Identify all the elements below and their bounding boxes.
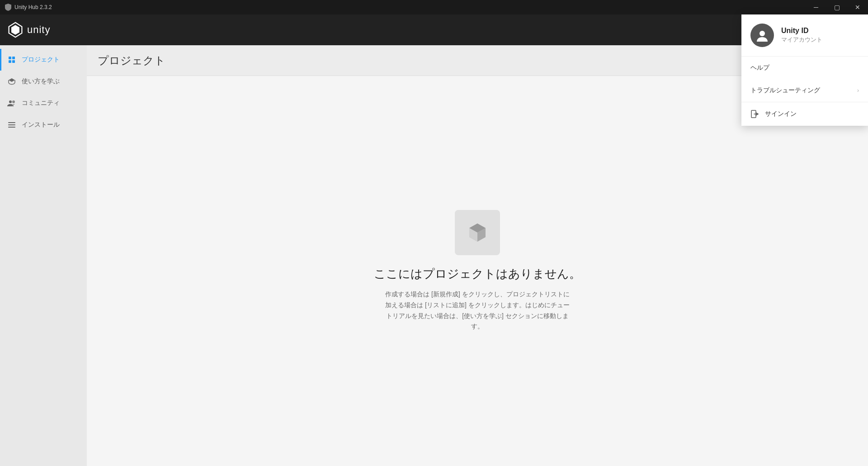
dropdown-menu: Unity ID マイアカウント ヘルプ トラブルシューティング › サインイン: [741, 14, 868, 126]
signin-icon: [750, 109, 760, 119]
dropdown-user-section: Unity ID マイアカウント: [741, 14, 868, 57]
page-title: プロジェクト: [98, 53, 165, 68]
community-icon: [7, 99, 16, 108]
svg-point-10: [12, 100, 15, 103]
svg-rect-6: [12, 57, 15, 59]
troubleshoot-label: トラブルシューティング: [750, 86, 852, 95]
sidebar-label-projects: プロジェクト: [22, 56, 60, 64]
cube-icon: [466, 221, 489, 244]
titlebar-title: Unity Hub 2.3.2: [14, 4, 52, 10]
user-sub: マイアカウント: [781, 36, 822, 44]
maximize-button[interactable]: ▢: [826, 0, 847, 14]
empty-state-description: 作成する場合は [新規作成] をクリックし、プロジェクトリストに加える場合は […: [382, 289, 572, 332]
unity-logo-icon: [7, 22, 24, 38]
header-logo: unity: [7, 22, 50, 38]
sidebar-label-learn: 使い方を学ぶ: [22, 77, 60, 86]
dropdown-signin[interactable]: サインイン: [741, 102, 868, 126]
signin-label: サインイン: [765, 110, 859, 118]
chevron-right-icon: ›: [857, 87, 859, 94]
dropdown-help[interactable]: ヘルプ: [741, 57, 868, 79]
sidebar-item-installs[interactable]: インストール: [0, 114, 87, 136]
header: unity: [0, 14, 868, 45]
sidebar: プロジェクト 使い方を学ぶ: [0, 45, 87, 466]
install-icon: [7, 120, 16, 129]
app-container: unity: [0, 14, 868, 466]
user-info: Unity ID マイアカウント: [781, 27, 822, 44]
svg-point-18: [760, 31, 765, 36]
titlebar: Unity Hub 2.3.2 ─ ▢ ✕: [0, 0, 868, 14]
empty-state-title: ここにはプロジェクトはありません。: [374, 266, 581, 282]
titlebar-controls: ─ ▢ ✕: [806, 0, 868, 14]
avatar-icon: [755, 28, 769, 43]
svg-rect-8: [12, 60, 15, 63]
svg-point-9: [9, 100, 12, 103]
main-layout: プロジェクト 使い方を学ぶ: [0, 45, 868, 466]
learn-icon: [7, 77, 16, 86]
minimize-button[interactable]: ─: [806, 0, 826, 14]
logo-text: unity: [27, 24, 50, 36]
empty-state-icon: [455, 210, 500, 255]
titlebar-icon: [5, 4, 12, 11]
help-label: ヘルプ: [750, 64, 859, 72]
project-icon: [7, 55, 16, 64]
svg-marker-1: [11, 25, 19, 35]
svg-rect-5: [9, 57, 11, 59]
sidebar-item-projects[interactable]: プロジェクト: [0, 49, 87, 71]
user-name: Unity ID: [781, 27, 822, 35]
svg-rect-7: [9, 60, 11, 63]
sidebar-item-learn[interactable]: 使い方を学ぶ: [0, 71, 87, 92]
avatar: [750, 24, 774, 47]
dropdown-troubleshoot[interactable]: トラブルシューティング ›: [741, 79, 868, 102]
sidebar-label-installs: インストール: [22, 121, 60, 129]
content-body: ここにはプロジェクトはありません。 作成する場合は [新規作成] をクリックし、…: [87, 76, 868, 466]
sidebar-item-community[interactable]: コミュニティ: [0, 92, 87, 114]
close-button[interactable]: ✕: [847, 0, 868, 14]
sidebar-label-community: コミュニティ: [22, 99, 60, 107]
